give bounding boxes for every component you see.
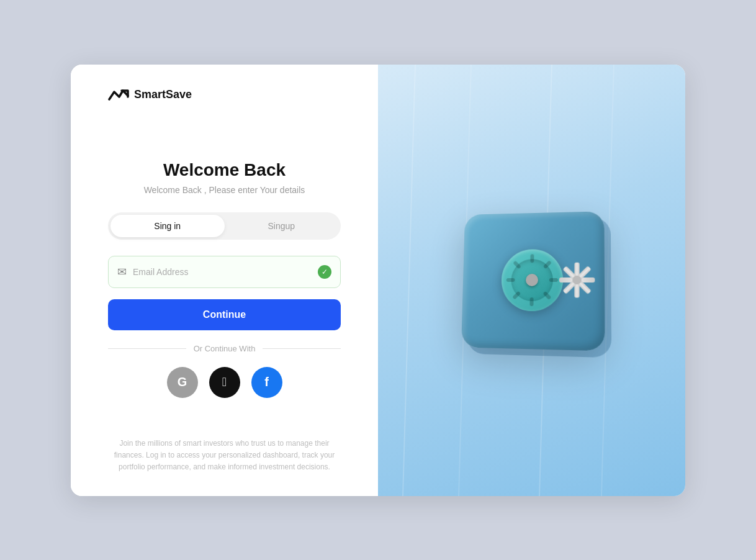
social-buttons: G  f — [167, 367, 282, 398]
email-input-wrapper: ✉ ✓ — [108, 256, 341, 288]
signup-tab[interactable]: Singup — [225, 215, 339, 237]
google-signin-button[interactable]: G — [167, 367, 198, 398]
safe-dial-outer — [501, 249, 563, 312]
app-name: SmartSave — [134, 88, 192, 101]
apple-signin-button[interactable]:  — [209, 367, 240, 398]
safe-dial — [501, 249, 563, 312]
divider-text: Or Continue With — [194, 344, 256, 353]
login-card: SmartSave Welcome Back Welcome Back , Pl… — [71, 65, 685, 496]
divider-line-right — [263, 348, 341, 349]
form-section: Welcome Back Welcome Back , Please enter… — [108, 160, 341, 418]
divider-line-left — [108, 348, 186, 349]
safe-box — [461, 211, 605, 351]
facebook-signin-button[interactable]: f — [251, 367, 282, 398]
safe-illustration — [461, 212, 603, 348]
logo-icon — [108, 87, 129, 103]
footer-text: Join the millions of smart investors who… — [108, 438, 341, 474]
logo-area: SmartSave — [108, 87, 341, 103]
left-panel: SmartSave Welcome Back Welcome Back , Pl… — [71, 65, 378, 496]
signin-tab[interactable]: Sing in — [110, 215, 225, 237]
continue-button[interactable]: Continue — [108, 299, 341, 330]
svg-line-0 — [403, 65, 415, 496]
email-icon: ✉ — [117, 265, 127, 279]
welcome-title: Welcome Back — [163, 160, 286, 180]
email-valid-icon: ✓ — [318, 265, 331, 279]
divider-row: Or Continue With — [108, 344, 341, 353]
auth-tab-toggle: Sing in Singup — [108, 212, 341, 240]
safe-dial-center — [525, 274, 538, 286]
right-panel — [378, 65, 685, 496]
welcome-subtitle: Welcome Back , Please enter Your details — [144, 185, 305, 195]
safe-handle — [557, 261, 596, 299]
email-input[interactable] — [133, 267, 318, 277]
